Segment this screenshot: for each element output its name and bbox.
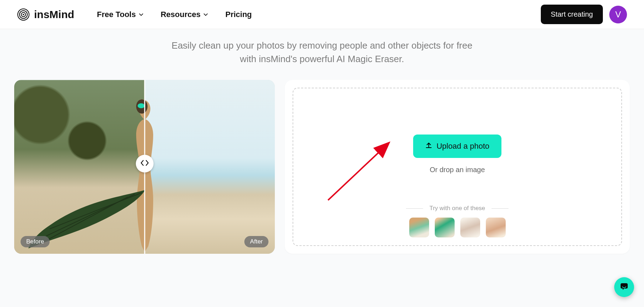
after-badge: After [244,236,268,247]
user-avatar[interactable]: V [609,6,627,23]
drop-hint: Or drop an image [430,166,485,174]
sample-image-1[interactable] [409,218,429,237]
brand-logo[interactable]: insMind [17,8,74,21]
upload-button[interactable]: Upload a photo [413,135,501,158]
svg-line-9 [328,143,388,200]
sample-label: Try with one of these [429,205,485,212]
annotation-arrow-icon [321,136,399,204]
nav-resources-label: Resources [161,10,201,19]
help-fab[interactable] [614,277,634,297]
before-after-panel: Before After [14,80,275,254]
sample-section: Try with one of these [293,205,621,237]
nav-free-tools-label: Free Tools [97,10,136,19]
sample-image-3[interactable] [460,218,480,237]
divider [492,208,509,209]
nav-pricing[interactable]: Pricing [225,10,252,19]
start-creating-button[interactable]: Start creating [541,5,603,24]
hero-tagline: Easily clean up your photos by removing … [162,39,482,66]
nav-pricing-label: Pricing [225,10,252,19]
svg-point-3 [23,14,24,15]
sample-image-2[interactable] [435,218,455,237]
slider-arrows-icon [140,160,149,168]
upload-card: Upload a photo Or drop an image [285,80,630,254]
top-bar: insMind Free Tools Resources Pricing Sta… [0,0,644,29]
chat-icon [620,282,629,292]
upload-dropzone[interactable]: Upload a photo Or drop an image [293,88,622,246]
chevron-down-icon [139,12,144,17]
nav-free-tools[interactable]: Free Tools [97,10,144,19]
chevron-down-icon [203,12,208,17]
nav-resources[interactable]: Resources [161,10,209,19]
before-badge: Before [21,236,50,247]
compare-slider-handle[interactable] [136,155,154,172]
divider [406,208,423,209]
upload-icon [425,142,432,151]
main-nav: Free Tools Resources Pricing [97,10,252,19]
sample-image-4[interactable] [486,218,506,237]
upload-button-label: Upload a photo [437,142,489,151]
hero-section: Easily clean up your photos by removing … [0,29,644,307]
brand-name: insMind [34,9,74,21]
brand-logo-icon [17,8,30,21]
